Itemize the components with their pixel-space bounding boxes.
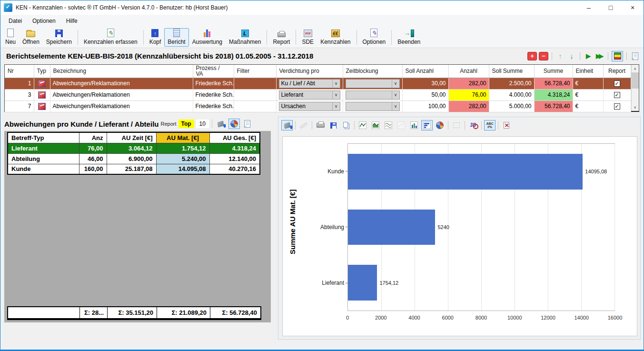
table-row[interactable]: 3 Abweichungen/Reklamationen Friederike … bbox=[5, 89, 631, 100]
col-einheit[interactable]: Einheit bbox=[573, 65, 603, 78]
toolbar-button-report[interactable]: Report bbox=[269, 28, 293, 47]
horizontal-bar-chart-icon bbox=[423, 121, 431, 129]
total-au-mat: Σ: 21.089,20 bbox=[157, 307, 210, 318]
toolbar-button-bericht[interactable]: Bericht bbox=[164, 28, 188, 47]
toolbar-button-massnahmen[interactable]: L Maßnahmen bbox=[226, 28, 264, 47]
maximize-button[interactable]: □ bbox=[600, 0, 622, 15]
export-button[interactable] bbox=[242, 119, 253, 129]
bars-container: 14095,0852401754,12 bbox=[348, 144, 614, 311]
verdichtung-dropdown[interactable]: Lieferant∨ bbox=[279, 90, 340, 100]
report-checkbox[interactable] bbox=[614, 80, 620, 87]
table-row[interactable]: 1 Abweichungen/Reklamationen Friederike … bbox=[5, 78, 631, 89]
export-button[interactable] bbox=[630, 52, 640, 60]
toolbar-button-kopf[interactable]: Kopf bbox=[146, 28, 165, 47]
verdichtung-dropdown[interactable]: Ku / Lief / Abt∨ bbox=[279, 79, 340, 88]
traffic-light-button[interactable] bbox=[612, 51, 623, 61]
zeitblockung-dropdown[interactable]: ∨ bbox=[346, 102, 400, 111]
value-labels-button[interactable]: ABC#% bbox=[484, 120, 495, 130]
x-tick-label: 6000 bbox=[442, 315, 454, 321]
col-au-mat[interactable]: AU Mat. [€] bbox=[156, 132, 209, 143]
col-zeitblockung[interactable]: Zeitblockung bbox=[343, 65, 402, 78]
scroll-up-icon[interactable]: ∧ bbox=[632, 65, 639, 72]
col-summe[interactable]: Summe bbox=[534, 65, 573, 78]
verdichtung-dropdown[interactable]: Ursachen∨ bbox=[279, 102, 340, 111]
col-nr[interactable]: Nr bbox=[5, 65, 34, 78]
col-au-ges[interactable]: AU Ges. [€] bbox=[209, 132, 260, 143]
x-tick-label: 16000 bbox=[608, 315, 623, 321]
menu-datei[interactable]: Datei bbox=[3, 16, 27, 26]
copy-chart-button[interactable] bbox=[340, 120, 352, 130]
toolbar-button-oeffnen[interactable]: Öffnen bbox=[19, 28, 43, 47]
toolbar-button-kennzahlen-erfassen[interactable]: Kennzahlen erfassen bbox=[80, 28, 141, 47]
top-toggle[interactable]: Top bbox=[178, 120, 194, 128]
move-up-icon[interactable]: ↑ bbox=[555, 52, 565, 60]
report-checkbox[interactable] bbox=[614, 92, 620, 98]
print-chart-button[interactable] bbox=[315, 120, 326, 130]
pie-chart-button[interactable] bbox=[228, 119, 240, 129]
run-icon[interactable]: ▶ bbox=[584, 52, 593, 60]
vertical-bar-chart-icon bbox=[410, 121, 418, 129]
save-chart-button[interactable] bbox=[327, 120, 339, 130]
bar-chart-button[interactable] bbox=[408, 120, 420, 130]
add-row-button[interactable]: + bbox=[527, 52, 537, 60]
scroll-thumb[interactable] bbox=[632, 72, 639, 89]
toolbar-button-kennzahlen[interactable]: €€ Kennzahlen bbox=[317, 28, 354, 47]
fill-color-button[interactable] bbox=[281, 120, 293, 130]
toolbar-button-speichern[interactable]: Speichern bbox=[43, 28, 75, 47]
fill-color-button[interactable] bbox=[215, 119, 227, 129]
top-count-input[interactable]: 10 bbox=[196, 120, 209, 128]
summary-row[interactable]: Kunde 160,00 25.187,08 14.095,08 40.270,… bbox=[8, 164, 260, 174]
toolbar-button-sde[interactable]: SDE SDE bbox=[298, 28, 317, 47]
move-down-icon[interactable]: ↓ bbox=[567, 52, 576, 60]
col-soll-anzahl[interactable]: Soll Anzahl bbox=[402, 65, 448, 78]
menu-hilfe[interactable]: Hilfe bbox=[61, 16, 83, 26]
col-prozess-va[interactable]: Prozess / VA bbox=[193, 65, 234, 78]
col-typ[interactable]: Typ bbox=[34, 65, 50, 78]
toolbar-button-auswertung[interactable]: Auswertung bbox=[189, 28, 226, 47]
table-row[interactable]: 7 Abweichungen/Reklamationen Friederike … bbox=[5, 100, 631, 112]
export-icon bbox=[632, 52, 638, 60]
exit-icon: → bbox=[404, 30, 414, 37]
table-scrollbar[interactable]: ∧ ∨ bbox=[631, 65, 639, 111]
au-mat-highlight-cell: 14.095,08 bbox=[156, 164, 209, 174]
col-bezeichnung[interactable]: Bezeichnung bbox=[50, 65, 193, 78]
line-points-chart-button[interactable] bbox=[357, 120, 368, 130]
close-button[interactable]: × bbox=[622, 0, 644, 15]
col-verdichtung-pro[interactable]: Verdichtung pro bbox=[276, 65, 343, 78]
app-window: KEN - Kennzahlen - solvtec ® IT GmbH - V… bbox=[0, 0, 644, 351]
zeitblockung-dropdown[interactable]: ∨ bbox=[346, 79, 400, 88]
col-soll-summe[interactable]: Soll Summe bbox=[489, 65, 534, 78]
printer-icon bbox=[277, 30, 286, 37]
toolbar-button-neu[interactable]: Neu bbox=[2, 28, 19, 47]
report-elements-table: Nr Typ Bezeichnung Prozess / VA Filter V… bbox=[4, 64, 639, 112]
zoom-3d-button[interactable]: 3D bbox=[467, 120, 479, 130]
x-tick-label: 10000 bbox=[507, 315, 522, 321]
toolbar-button-optionen[interactable]: Optionen bbox=[359, 28, 389, 47]
scroll-down-icon[interactable]: ∨ bbox=[632, 103, 639, 111]
minimize-button[interactable]: – bbox=[578, 0, 600, 15]
ruler-button[interactable] bbox=[298, 120, 309, 130]
col-report[interactable]: Report bbox=[603, 65, 631, 78]
scatter-chart-button[interactable] bbox=[396, 120, 407, 130]
toolbar-separator bbox=[296, 30, 296, 45]
report-checkbox[interactable] bbox=[614, 103, 620, 110]
col-betreff-typ[interactable]: Betreff-Typ bbox=[8, 132, 79, 143]
legend-button[interactable] bbox=[451, 120, 462, 130]
col-filter[interactable]: Filter bbox=[234, 65, 276, 78]
area-chart-button[interactable] bbox=[370, 120, 381, 130]
summary-row[interactable]: Lieferant 76,00 3.064,12 1.754,12 4.318,… bbox=[8, 143, 260, 153]
horizontal-bar-chart-button[interactable] bbox=[421, 120, 433, 130]
clear-chart-button[interactable] bbox=[501, 120, 512, 130]
summary-row[interactable]: Abteilung 46,00 6.900,00 5.240,00 12.140… bbox=[8, 153, 260, 164]
new-document-icon bbox=[7, 29, 14, 37]
pie-chart-button[interactable] bbox=[434, 120, 446, 130]
remove-row-button[interactable]: − bbox=[539, 52, 548, 60]
zeitblockung-dropdown[interactable]: ∨ bbox=[346, 90, 400, 100]
col-anz[interactable]: Anz bbox=[79, 132, 107, 143]
run-all-icon[interactable]: ▶▶ bbox=[595, 52, 604, 60]
col-anzahl[interactable]: Anzahl bbox=[448, 65, 489, 78]
toolbar-button-beenden[interactable]: → Beenden bbox=[394, 28, 424, 47]
menu-optionen[interactable]: Optionen bbox=[27, 16, 61, 26]
col-au-zeit[interactable]: AU Zeit [€] bbox=[107, 132, 156, 143]
smooth-line-chart-button[interactable] bbox=[383, 120, 394, 130]
